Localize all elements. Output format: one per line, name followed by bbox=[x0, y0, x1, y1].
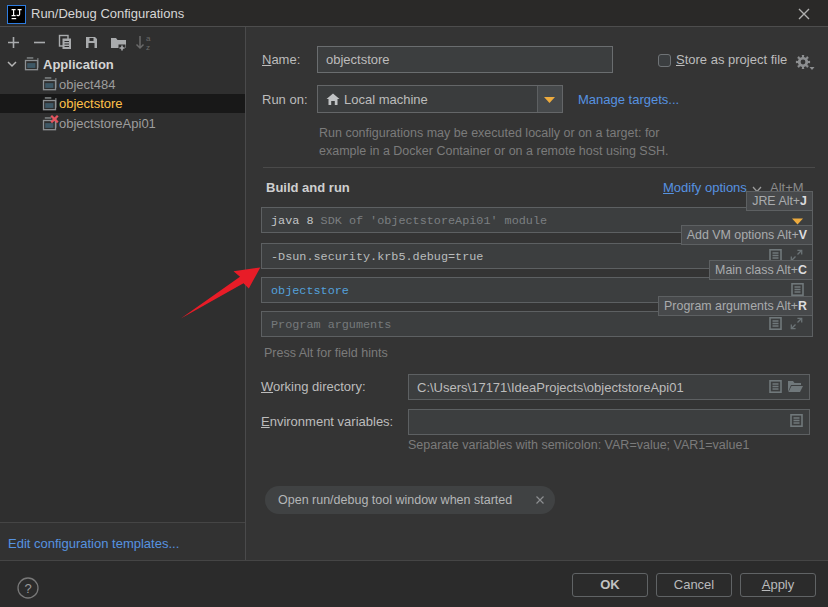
svg-text:?: ? bbox=[24, 581, 31, 596]
